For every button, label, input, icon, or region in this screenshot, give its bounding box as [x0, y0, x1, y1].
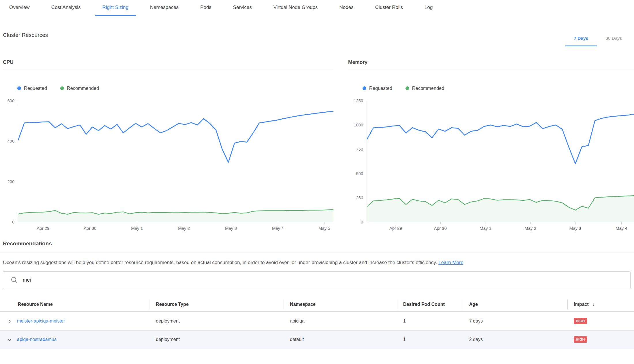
column-header-label: Impact — [574, 302, 589, 307]
legend-label-recommended: Recommended — [67, 86, 99, 91]
cell-age: 7 days — [463, 318, 568, 324]
memory-plot-area: Apr 29Apr 30May 1May 2May 3May 4 — [367, 101, 634, 222]
search-icon — [11, 276, 18, 284]
range-tab-7-days[interactable]: 7 Days — [565, 36, 597, 46]
column-header-label: Age — [469, 302, 478, 307]
y-tick-label: 200 — [7, 179, 14, 184]
y-tick-label: 250 — [356, 196, 363, 200]
resource-name-link[interactable]: apiqa-nostradamus — [17, 337, 56, 342]
legend-dot-requested — [363, 86, 366, 90]
tab-overview[interactable]: Overview — [2, 0, 37, 16]
impact-badge: HIGH — [574, 318, 587, 324]
y-tick-label: 0 — [361, 220, 363, 224]
column-header-impact[interactable]: Impact↓ — [568, 298, 634, 311]
x-tick-mark — [43, 222, 43, 224]
x-tick-mark — [90, 222, 90, 224]
column-header-resource-type[interactable]: Resource Type — [150, 298, 284, 311]
legend-label-requested: Requested — [24, 86, 47, 91]
chevron-down-icon[interactable] — [7, 338, 12, 342]
cpu-legend: RequestedRecommended — [17, 86, 333, 91]
x-tick-mark — [440, 222, 441, 224]
y-tick-label: 400 — [7, 139, 14, 143]
recommendations-section: Recommendations Ocean's resizing suggest… — [0, 240, 634, 349]
cluster-resources-charts: CPU RequestedRecommended 6004002000 Apr … — [0, 46, 634, 222]
column-header-label: Resource Name — [18, 302, 53, 307]
legend-label-requested: Requested — [369, 86, 392, 91]
tab-pods[interactable]: Pods — [193, 0, 219, 16]
chevron-right-icon[interactable] — [7, 319, 12, 323]
legend-item-requested: Requested — [363, 86, 392, 91]
recommendations-title: Recommendations — [0, 240, 634, 253]
recommended-area — [18, 210, 333, 222]
sort-desc-icon[interactable]: ↓ — [592, 302, 595, 307]
memory-chart-title: Memory — [348, 46, 634, 69]
requested-line — [18, 111, 333, 162]
y-tick-label: 0 — [12, 220, 14, 224]
table-row[interactable]: apiqa-nostradamusdeploymentdefault12 day… — [0, 331, 634, 349]
resource-name-link[interactable]: meister-apiciqa-meister — [17, 318, 65, 324]
table-body: meister-apiciqa-meisterdeploymentapiciqa… — [0, 312, 634, 349]
table-header-row: Resource NameResource TypeNamespaceDesir… — [0, 298, 634, 312]
tab-log[interactable]: Log — [417, 0, 440, 16]
learn-more-link[interactable]: Learn More — [438, 260, 463, 265]
cell-age: 2 days — [463, 337, 568, 342]
legend-dot-recommended — [405, 86, 409, 90]
impact-badge: HIGH — [574, 336, 587, 343]
table-row[interactable]: meister-apiciqa-meisterdeploymentapiciqa… — [0, 312, 634, 331]
cell-resource-name: meister-apiciqa-meister — [0, 318, 150, 324]
page-title: Cluster Resources — [3, 32, 48, 38]
column-header-resource-name[interactable]: Resource Name — [0, 298, 150, 311]
x-tick-mark — [324, 222, 324, 224]
column-header-label: Resource Type — [156, 302, 189, 307]
tab-virtual-node-groups[interactable]: Virtual Node Groups — [266, 0, 325, 16]
search-box — [3, 271, 631, 289]
x-tick-mark — [231, 222, 231, 224]
x-tick-mark — [621, 222, 622, 224]
cpu-plot-area: Apr 29Apr 30May 1May 2May 3May 4May 5 — [18, 101, 333, 222]
x-tick-mark — [486, 222, 486, 224]
memory-legend: RequestedRecommended — [363, 86, 634, 91]
tab-cluster-rolls[interactable]: Cluster Rolls — [368, 0, 410, 16]
x-tick-label: May 2 — [524, 226, 536, 231]
x-tick-label: Apr 29 — [389, 226, 402, 231]
cell-resource-type: deployment — [150, 318, 284, 324]
x-tick-label: Apr 30 — [84, 226, 96, 231]
y-tick-label: 1250 — [354, 98, 363, 103]
recommendations-description: Ocean's resizing suggestions will help y… — [3, 259, 631, 266]
x-tick-mark — [278, 222, 278, 224]
x-tick-label: May 3 — [569, 226, 581, 231]
tab-namespaces[interactable]: Namespaces — [143, 0, 186, 16]
legend-dot-requested — [17, 86, 21, 90]
x-tick-label: May 4 — [272, 226, 284, 231]
x-tick-mark — [184, 222, 184, 224]
legend-item-recommended: Recommended — [60, 86, 99, 91]
requested-line — [367, 114, 634, 164]
cell-namespace: apiciqa — [284, 318, 397, 324]
x-tick-label: May 1 — [131, 226, 143, 231]
search-input[interactable] — [23, 277, 625, 283]
cpu-chart-title: CPU — [3, 46, 333, 69]
tab-nodes[interactable]: Nodes — [332, 0, 361, 16]
column-header-age[interactable]: Age — [463, 298, 568, 311]
x-tick-label: May 1 — [480, 226, 491, 231]
cpu-y-axis: 6004002000 — [3, 101, 18, 222]
legend-dot-recommended — [60, 86, 64, 90]
column-header-label: Desired Pod Count — [403, 302, 445, 307]
memory-chart-card: Memory RequestedRecommended 125010007505… — [348, 46, 634, 222]
x-tick-label: May 5 — [318, 226, 330, 231]
memory-y-axis: 125010007505002500 — [348, 101, 367, 222]
recommendations-description-text: Ocean's resizing suggestions will help y… — [3, 260, 437, 265]
cell-resource-type: deployment — [150, 337, 284, 342]
x-tick-label: May 4 — [616, 226, 627, 231]
column-header-namespace[interactable]: Namespace — [284, 298, 397, 311]
cell-desired-pod-count: 1 — [397, 337, 463, 342]
y-tick-label: 750 — [356, 147, 363, 151]
column-header-desired-pod-count[interactable]: Desired Pod Count — [397, 298, 463, 311]
tab-services[interactable]: Services — [226, 0, 259, 16]
cpu-chart-canvas — [18, 101, 333, 222]
range-tab-30-days[interactable]: 30 Days — [597, 36, 631, 46]
tab-cost-analysis[interactable]: Cost Analysis — [44, 0, 88, 16]
cell-impact: HIGH — [568, 318, 634, 324]
page-header: Cluster Resources 7 Days30 Days — [0, 16, 634, 46]
tab-right-sizing[interactable]: Right Sizing — [95, 0, 136, 16]
